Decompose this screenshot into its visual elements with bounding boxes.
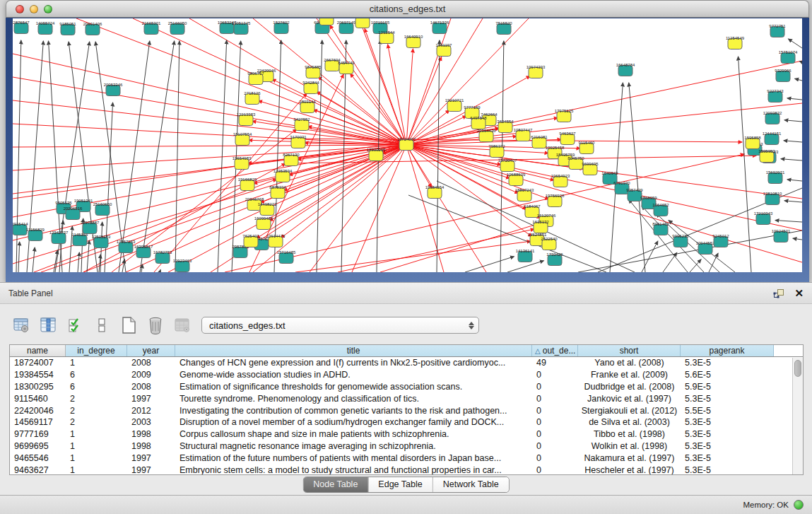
table-cell[interactable]: Tourette syndrome. Phenomenology and cla… <box>175 394 532 404</box>
table-scrollbar-thumb[interactable] <box>794 360 801 377</box>
window-titlebar[interactable]: citations_edges.txt <box>6 0 809 18</box>
table-cell[interactable]: 9699695 <box>10 441 66 451</box>
import-table-disabled-icon[interactable] <box>172 316 192 335</box>
table-settings-icon[interactable] <box>11 316 30 335</box>
column-header-title[interactable]: title <box>175 345 532 356</box>
table-cell[interactable]: 1997 <box>127 394 175 404</box>
graph-node[interactable] <box>355 18 370 28</box>
table-cell[interactable]: 0 <box>532 441 578 451</box>
table-cell[interactable]: 5.6E-5 <box>681 370 774 380</box>
table-cell[interactable]: 1997 <box>127 465 175 475</box>
table-row[interactable]: 911546021997Tourette syndrome. Phenomeno… <box>10 392 803 404</box>
column-visibility-icon[interactable] <box>38 316 57 335</box>
table-cell[interactable]: 2008 <box>127 382 175 392</box>
table-cell[interactable]: 19384554 <box>10 370 66 380</box>
table-select-dropdown[interactable]: citations_edges.txt <box>201 317 479 334</box>
table-cell[interactable]: 2 <box>66 406 127 416</box>
column-header-out-de-[interactable]: △out_de... <box>532 345 578 356</box>
network-view-canvas[interactable]: 2876547140557249185051206914062166530125… <box>13 18 802 272</box>
table-cell[interactable]: Genome-wide association studies in ADHD. <box>175 370 532 380</box>
table-cell[interactable]: 0 <box>532 453 578 463</box>
tab-edge-table[interactable]: Edge Table <box>367 477 432 492</box>
table-cell[interactable]: 0 <box>532 394 578 404</box>
table-cell[interactable]: Hescheler et al. (1997) <box>578 465 681 475</box>
select-all-icon[interactable] <box>65 316 84 335</box>
table-row[interactable]: 946554611997Estimation of the future num… <box>10 452 803 464</box>
table-cell[interactable]: 1 <box>66 358 127 368</box>
table-cell[interactable]: 2008 <box>127 358 175 368</box>
graph-node[interactable] <box>319 18 334 25</box>
table-cell[interactable]: 18300295 <box>10 382 66 392</box>
table-cell[interactable]: 2003 <box>127 417 175 427</box>
column-header-year[interactable]: year <box>127 345 175 356</box>
table-cell[interactable]: Tibbo et al. (1998) <box>578 429 681 439</box>
table-cell[interactable]: de Silva et al. (2003) <box>578 417 681 427</box>
table-cell[interactable]: 0 <box>532 429 578 439</box>
close-panel-icon[interactable]: ✕ <box>794 288 804 298</box>
table-cell[interactable]: 1997 <box>127 453 175 463</box>
table-cell[interactable]: 5.3E-5 <box>681 453 774 463</box>
table-cell[interactable]: 1 <box>66 441 127 451</box>
table-cell[interactable]: 5.3E-5 <box>681 417 774 427</box>
table-cell[interactable]: 22420046 <box>10 406 66 416</box>
table-cell[interactable]: 0 <box>532 406 578 416</box>
table-row[interactable]: 969969511998Structural magnetic resonanc… <box>10 440 803 452</box>
column-header-pagerank[interactable]: pagerank <box>681 345 774 356</box>
table-cell[interactable]: 2 <box>66 394 127 404</box>
table-row[interactable]: 1872400712008Changes of HCN gene express… <box>10 357 803 369</box>
table-cell[interactable]: Changes of HCN gene expression and I(f) … <box>175 358 532 368</box>
table-cell[interactable]: Investigating the contribution of common… <box>175 406 532 416</box>
table-cell[interactable]: Jankovic et al. (1997) <box>578 394 681 404</box>
table-scrollbar[interactable] <box>792 358 803 474</box>
table-cell[interactable]: 9777169 <box>10 429 66 439</box>
table-cell[interactable]: 18724007 <box>10 358 66 368</box>
table-cell[interactable]: 1998 <box>127 429 175 439</box>
table-cell[interactable]: 6 <box>66 382 127 392</box>
table-cell[interactable]: Embryonic stem cells: a model to study s… <box>175 465 532 475</box>
table-cell[interactable]: 2012 <box>127 406 175 416</box>
column-header-in-degree[interactable]: in_degree <box>66 345 127 356</box>
table-cell[interactable]: Stergiakouli et al. (2012) <box>578 406 681 416</box>
table-cell[interactable]: 1 <box>66 453 127 463</box>
table-cell[interactable]: 5.9E-5 <box>681 382 774 392</box>
table-row[interactable]: 946362711997Embryonic stem cells: a mode… <box>10 464 803 475</box>
tab-network-table[interactable]: Network Table <box>433 477 509 492</box>
table-row[interactable]: 977716911998Corpus callosum shape and si… <box>10 428 803 440</box>
float-window-icon[interactable] <box>773 288 784 298</box>
table-cell[interactable]: Yano et al. (2008) <box>578 358 681 368</box>
table-cell[interactable]: 5.3E-5 <box>681 429 774 439</box>
table-row[interactable]: 1938455462009Genome-wide association stu… <box>10 369 803 381</box>
table-cell[interactable]: Estimation of significance thresholds fo… <box>175 382 532 392</box>
table-cell[interactable]: 1 <box>66 465 127 475</box>
new-document-icon[interactable] <box>119 316 138 335</box>
table-cell[interactable]: 6 <box>66 370 127 380</box>
table-cell[interactable]: Dudbridge et al. (2008) <box>578 382 681 392</box>
table-row[interactable]: 2242004622012Investigating the contribut… <box>10 404 803 416</box>
table-cell[interactable]: 5.5E-5 <box>681 406 774 416</box>
table-cell[interactable]: 9465546 <box>10 453 66 463</box>
table-cell[interactable]: 0 <box>532 465 578 475</box>
table-row[interactable]: 1456911722003Disruption of a novel membe… <box>10 416 803 428</box>
node-table[interactable]: namein_degreeyeartitle△out_de...shortpag… <box>9 344 804 475</box>
table-cell[interactable]: 49 <box>532 358 578 368</box>
table-cell[interactable]: Corpus callosum shape and size in male p… <box>175 429 532 439</box>
table-cell[interactable]: Nakamura et al. (1997) <box>578 453 681 463</box>
table-cell[interactable]: Disruption of a novel member of a sodium… <box>175 417 532 427</box>
table-cell[interactable]: 2 <box>66 417 127 427</box>
table-cell[interactable]: 1998 <box>127 441 175 451</box>
table-cell[interactable]: Franke et al. (2009) <box>578 370 681 380</box>
table-row[interactable]: 1830029562008Estimation of significance … <box>10 381 803 393</box>
table-cell[interactable]: Estimation of the future numbers of pati… <box>175 453 532 463</box>
delete-icon[interactable] <box>146 316 165 335</box>
table-cell[interactable]: 5.3E-5 <box>681 465 774 475</box>
table-cell[interactable]: 0 <box>532 382 578 392</box>
column-header-short[interactable]: short <box>578 345 681 356</box>
table-cell[interactable]: 5.3E-5 <box>681 441 774 451</box>
table-cell[interactable]: 9463627 <box>10 465 66 475</box>
table-cell[interactable]: Structural magnetic resonance image aver… <box>175 441 532 451</box>
table-cell[interactable]: 9115460 <box>10 394 66 404</box>
unselect-icon[interactable] <box>92 316 111 335</box>
table-cell[interactable]: 0 <box>532 370 578 380</box>
table-cell[interactable]: 5.3E-5 <box>681 358 774 368</box>
table-cell[interactable]: 1 <box>66 429 127 439</box>
